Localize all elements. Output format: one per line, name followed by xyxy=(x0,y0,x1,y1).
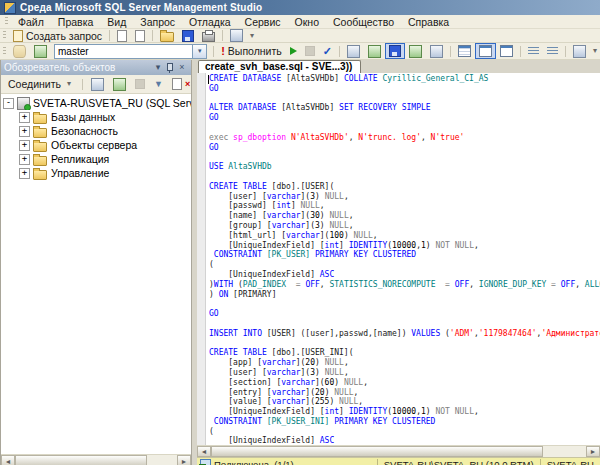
tree-item[interactable]: +Объекты сервера xyxy=(1,138,191,152)
change-connection-icon xyxy=(34,45,47,58)
folder-icon xyxy=(33,114,47,124)
menu-item-4[interactable]: Запрос xyxy=(133,16,182,28)
results-to-text-button[interactable] xyxy=(454,43,475,59)
execute-button[interactable]: ! Выполнить xyxy=(217,43,286,59)
increase-indent-button[interactable] xyxy=(524,43,543,59)
tree-item[interactable]: +Управление xyxy=(1,166,191,180)
connect-query-button[interactable] xyxy=(9,43,30,59)
toolbar-grip2 xyxy=(3,47,6,56)
debug-button[interactable] xyxy=(286,43,301,59)
tree-expander-icon[interactable]: + xyxy=(19,168,30,179)
estimated-plan-button[interactable] xyxy=(343,43,364,59)
parse-check-icon: ✓ xyxy=(323,46,332,56)
tree-item-server[interactable]: -SVETA-RU\SVETA_RU (SQL Server 10.0.1600… xyxy=(1,96,191,110)
decrease-indent-icon xyxy=(547,47,558,56)
database-engine-query-button[interactable] xyxy=(113,29,131,43)
menu-item-8[interactable]: Сообщество xyxy=(326,16,401,28)
refresh-connection-icon xyxy=(113,78,126,91)
code-line: ( xyxy=(209,260,600,270)
actual-plan-button[interactable] xyxy=(405,43,426,59)
sql-editor-toolbar: master ▾ ! Выполнить ✓ ▾ xyxy=(0,43,600,60)
menu-item-9[interactable]: Справка xyxy=(401,16,456,28)
panel-menu-icon[interactable]: ▾ xyxy=(152,62,164,73)
oe-scroll-left-icon[interactable]: ◄ xyxy=(1,455,15,465)
tree-expander-icon[interactable]: + xyxy=(19,140,30,151)
app-icon xyxy=(4,2,16,14)
menu-item-2[interactable]: Правка xyxy=(51,16,100,28)
change-connection-button[interactable] xyxy=(30,43,51,59)
tree-label: Базы данных xyxy=(51,111,115,123)
editor-hscrollbar: ◄ ► xyxy=(197,445,600,457)
code-line: ( xyxy=(209,427,600,437)
standard-toolbar: Создать запрос ▾ xyxy=(0,29,600,43)
editor-status-bar: Подключена. (1/1) SVETA-RU\SVETA_RU (10.… xyxy=(197,457,600,465)
tree-expander-icon[interactable]: - xyxy=(3,98,14,109)
stop-button[interactable] xyxy=(301,43,319,59)
parse-button[interactable]: ✓ xyxy=(319,43,336,59)
print-button[interactable] xyxy=(198,29,219,43)
results-to-grid-button[interactable] xyxy=(475,43,496,59)
close-icon[interactable]: × xyxy=(176,62,188,73)
save-button[interactable] xyxy=(178,29,198,43)
server-icon xyxy=(17,97,30,110)
delete-button[interactable]: × xyxy=(168,77,194,91)
combo-dropdown-icon[interactable]: ▾ xyxy=(192,45,206,58)
template-parameters-icon xyxy=(573,45,586,58)
tree-item[interactable]: +Безопасность xyxy=(1,124,191,138)
toolbar-overflow-icon[interactable]: ▾ xyxy=(247,31,257,41)
activity-monitor-button[interactable] xyxy=(226,29,247,43)
tree-item[interactable]: +Базы данных xyxy=(1,110,191,124)
menu-item-3[interactable]: Вид xyxy=(100,16,133,28)
toolbar2-overflow-icon[interactable]: ▾ xyxy=(590,46,600,56)
object-explorer-title: Обозреватель объектов xyxy=(4,62,152,73)
menu-bar: ФайлПравкаВидЗапросОтладкаСервисОкноСооб… xyxy=(0,15,600,29)
results-to-grid-icon xyxy=(479,45,492,57)
object-tree: -SVETA-RU\SVETA_RU (SQL Server 10.0.1600… xyxy=(1,94,191,454)
tree-expander-icon[interactable]: + xyxy=(19,112,30,123)
open-file-button[interactable] xyxy=(156,29,178,43)
refresh-connection-button[interactable] xyxy=(109,77,130,91)
filter-button[interactable]: ▼ xyxy=(150,77,167,91)
connect-button[interactable]: Соединить ▾ xyxy=(4,77,78,91)
results-to-file-button[interactable] xyxy=(496,43,517,59)
tree-label: SVETA-RU\SVETA_RU (SQL Server 10.0.1600 … xyxy=(33,97,191,109)
intellisense-button[interactable] xyxy=(385,43,405,59)
oe-scroll-right-icon[interactable]: ► xyxy=(177,455,191,465)
code-line: exec sp_dboption N'AltaSVHDb', N'trunc. … xyxy=(209,133,600,143)
editor-scroll-left-icon[interactable]: ◄ xyxy=(197,446,211,457)
tree-expander-icon[interactable]: + xyxy=(19,126,30,137)
menu-item-7[interactable]: Окно xyxy=(288,16,326,28)
pin-icon[interactable] xyxy=(164,62,176,73)
menu-item-1[interactable]: Файл xyxy=(11,16,51,28)
selection-margin[interactable] xyxy=(197,73,206,445)
analysis-query-button[interactable] xyxy=(131,29,149,43)
oe-stop-button[interactable] xyxy=(131,77,149,91)
disconnect-button[interactable] xyxy=(87,77,108,91)
decrease-indent-button[interactable] xyxy=(543,43,562,59)
status-server: SVETA-RU\SVETA_RU (10.0 RTM) xyxy=(378,459,540,465)
code-line: [section] [varchar](60) NULL, xyxy=(209,378,600,388)
code-line: GO xyxy=(209,84,600,94)
code-area[interactable]: CREATE DATABASE [AltaSVHDb] COLLATE Cyri… xyxy=(197,73,600,445)
template-parameters-button[interactable] xyxy=(569,43,590,59)
code-lines[interactable]: CREATE DATABASE [AltaSVHDb] COLLATE Cyri… xyxy=(206,73,600,445)
new-query-button[interactable]: Создать запрос xyxy=(9,29,106,43)
filter-icon: ▼ xyxy=(154,79,163,89)
menu-item-6[interactable]: Сервис xyxy=(238,16,288,28)
code-line: [name] [varchar](30) NULL, xyxy=(209,211,600,221)
code-line xyxy=(209,152,600,162)
client-statistics-button[interactable] xyxy=(426,43,447,59)
tree-expander-icon[interactable]: + xyxy=(19,154,30,165)
oe-scroll-thumb[interactable] xyxy=(15,455,147,465)
code-line: CREATE TABLE [dbo].[USER_INI]( xyxy=(209,348,600,358)
database-engine-query-icon xyxy=(117,30,127,42)
editor-scroll-thumb[interactable] xyxy=(211,446,543,457)
menu-item-5[interactable]: Отладка xyxy=(182,16,238,28)
editor-tab[interactable]: create_svh_base.sql - SVE...3)) xyxy=(198,60,361,73)
database-combo[interactable]: master ▾ xyxy=(54,44,207,59)
editor-scroll-right-icon[interactable]: ► xyxy=(586,446,600,457)
query-options-button[interactable] xyxy=(364,43,385,59)
code-line xyxy=(209,123,600,133)
text-caret xyxy=(208,75,209,84)
tree-item[interactable]: +Репликация xyxy=(1,152,191,166)
